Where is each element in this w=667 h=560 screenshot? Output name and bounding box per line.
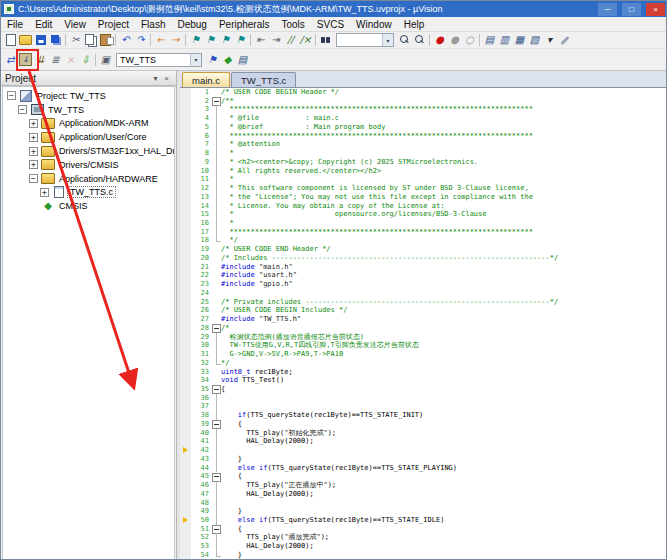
code-line[interactable]: 11 * <box>180 175 666 184</box>
menu-edit[interactable]: Edit <box>29 17 58 31</box>
project-window-button[interactable]: ▤ <box>482 33 497 48</box>
fold-collapse-icon[interactable] <box>212 97 221 106</box>
code-line[interactable]: 37 <box>180 402 666 411</box>
pin-panel-icon[interactable] <box>150 73 161 84</box>
code-line[interactable]: 8 * <box>180 149 666 158</box>
find-combobox[interactable]: ▾ <box>336 33 394 47</box>
code-line[interactable]: 24 <box>180 289 666 298</box>
comment-button[interactable]: // <box>283 33 298 48</box>
expand-icon[interactable]: + <box>29 133 38 142</box>
code-line[interactable]: 12 * This software component is licensed… <box>180 184 666 193</box>
tree-item-project-tw-tts[interactable]: −Project: TW_TTS <box>3 89 174 103</box>
fold-collapse-icon[interactable] <box>212 420 221 429</box>
load-button[interactable]: ▣ <box>98 52 113 67</box>
code-line[interactable]: 54 } <box>180 551 666 560</box>
code-line[interactable]: 36 <box>180 394 666 403</box>
tree-item-application-mdk-arm[interactable]: +Application/MDK-ARM <box>3 117 174 131</box>
code-line[interactable]: 32*/ <box>180 359 666 368</box>
code-line[interactable]: 29 检测状态范例(播放语音播报芯片当前状态) <box>180 333 666 342</box>
menu-debug[interactable]: Debug <box>171 17 212 31</box>
undo-button[interactable]: ↶ <box>118 33 133 48</box>
code-line[interactable]: 17 *************************************… <box>180 228 666 237</box>
maximize-button[interactable]: □ <box>622 3 641 16</box>
code-line[interactable]: 14 * License. You may obtain a copy of t… <box>180 202 666 211</box>
tree-item-cmsis[interactable]: CMSIS <box>3 199 174 213</box>
code-line[interactable]: 49 } <box>180 507 666 516</box>
code-line[interactable]: 13 * the "License"; You may not use this… <box>180 193 666 202</box>
code-line[interactable]: 23#include "gpio.h" <box>180 280 666 289</box>
menu-file[interactable]: File <box>1 17 29 31</box>
chevron-down-icon[interactable]: ▾ <box>190 54 201 66</box>
close-panel-icon[interactable] <box>161 73 172 84</box>
close-button[interactable]: × <box>646 3 665 16</box>
download-button[interactable]: ⇩ <box>78 52 93 67</box>
expand-icon[interactable]: + <box>29 119 38 128</box>
options-for-target-button[interactable]: ⚑ <box>205 52 220 67</box>
code-line[interactable]: 19/* USER CODE END Header */ <box>180 245 666 254</box>
code-line[interactable]: 21#include "main.h" <box>180 263 666 272</box>
code-line[interactable]: 30 TW-TTS使用G,V,R,T四线引脚,T引脚负责发送芯片当前状态 <box>180 341 666 350</box>
redo-button[interactable]: ↷ <box>133 33 148 48</box>
code-line[interactable]: 45 { <box>180 472 666 481</box>
code-line[interactable]: 10 * All rights reserved.</center></h2> <box>180 167 666 176</box>
code-line[interactable]: 16 * <box>180 219 666 228</box>
code-line[interactable]: 3 **************************************… <box>180 105 666 114</box>
rebuild-button[interactable]: ⇊ <box>33 52 48 67</box>
kill-breakpoints-button[interactable]: ○ <box>462 33 477 48</box>
code-line[interactable]: 40 TTS_play("初始化完成"); <box>180 429 666 438</box>
translate-button[interactable]: ⇄ <box>3 52 18 67</box>
functions-window-button[interactable]: ▦ <box>512 33 527 48</box>
code-line[interactable]: 15 * opensource.org/licenses/BSD-3-Claus… <box>180 210 666 219</box>
tree-item-drivers-stm32f1xx-hal-dri[interactable]: +Drivers/STM32F1xx_HAL_Dri... <box>3 144 174 158</box>
windows-dropdown[interactable]: ▾ <box>542 33 557 48</box>
code-line[interactable]: 27#include "TW_TTS.h" <box>180 315 666 324</box>
navigate-back-button[interactable]: ← <box>153 33 168 48</box>
code-line[interactable]: 46 TTS_play("正在播放中"); <box>180 481 666 490</box>
code-line[interactable]: 4 * @file : main.c <box>180 114 666 123</box>
new-file-button[interactable] <box>3 33 18 48</box>
books-window-button[interactable]: ▥ <box>497 33 512 48</box>
paste-button[interactable] <box>98 33 113 48</box>
templates-window-button[interactable]: ▧ <box>527 33 542 48</box>
cut-button[interactable]: ✂ <box>68 33 83 48</box>
fold-collapse-icon[interactable] <box>212 472 221 481</box>
code-line[interactable]: 34void TTS_Test() <box>180 376 666 385</box>
fold-collapse-icon[interactable] <box>212 324 221 333</box>
file-extensions-button[interactable]: ▤ <box>235 52 250 67</box>
code-line[interactable]: 33uint8_t rec1Byte; <box>180 368 666 377</box>
build-button[interactable] <box>18 52 33 67</box>
uncomment-button[interactable]: /× <box>298 33 313 48</box>
bookmark-next-button[interactable]: ⚑ <box>218 33 233 48</box>
code-line[interactable]: 51 { <box>180 525 666 534</box>
tree-item-application-user-core[interactable]: +Application/User/Core <box>3 130 174 144</box>
tree-item-drivers-cmsis[interactable]: +Drivers/CMSIS <box>3 158 174 172</box>
tab-tw-tts-c[interactable]: TW_TTS.c <box>231 72 296 87</box>
bookmark-clear-button[interactable]: ⚑ <box>233 33 248 48</box>
code-line[interactable]: 35{ <box>180 385 666 394</box>
configure-button[interactable] <box>557 33 572 48</box>
tab-main-c[interactable]: main.c <box>182 72 230 87</box>
code-line[interactable]: 47 HAL_Delay(2000); <box>180 490 666 499</box>
navigate-forward-button[interactable]: → <box>168 33 183 48</box>
menu-view[interactable]: View <box>58 17 92 31</box>
code-line[interactable]: 31 G->GND,V->5V,R->PA9,T->PA10 <box>180 350 666 359</box>
open-file-button[interactable] <box>18 33 33 48</box>
find-next-button[interactable] <box>397 33 412 48</box>
code-line[interactable]: 18 */ <box>180 236 666 245</box>
fold-collapse-icon[interactable] <box>212 385 221 394</box>
code-line[interactable]: 6 **************************************… <box>180 132 666 141</box>
tree-item-tw-tts-c[interactable]: +TW_TTS.c <box>3 186 174 200</box>
save-all-button[interactable] <box>48 33 63 48</box>
menu-tools[interactable]: Tools <box>276 17 311 31</box>
code-line[interactable]: 20/* Includes --------------------------… <box>180 254 666 263</box>
fold-collapse-icon[interactable] <box>212 525 221 534</box>
code-line[interactable]: 42 <box>180 446 666 455</box>
menu-svcs[interactable]: SVCS <box>311 17 350 31</box>
batch-build-button[interactable]: ≣ <box>48 52 63 67</box>
code-line[interactable]: 44 else if(TTS_queryState(rec1Byte)==TTS… <box>180 464 666 473</box>
collapse-icon[interactable]: − <box>29 174 38 183</box>
code-line[interactable]: 22#include "usart.h" <box>180 271 666 280</box>
menu-window[interactable]: Window <box>350 17 398 31</box>
bookmark-prev-button[interactable]: ⚑ <box>203 33 218 48</box>
code-line[interactable]: 28/* <box>180 324 666 333</box>
